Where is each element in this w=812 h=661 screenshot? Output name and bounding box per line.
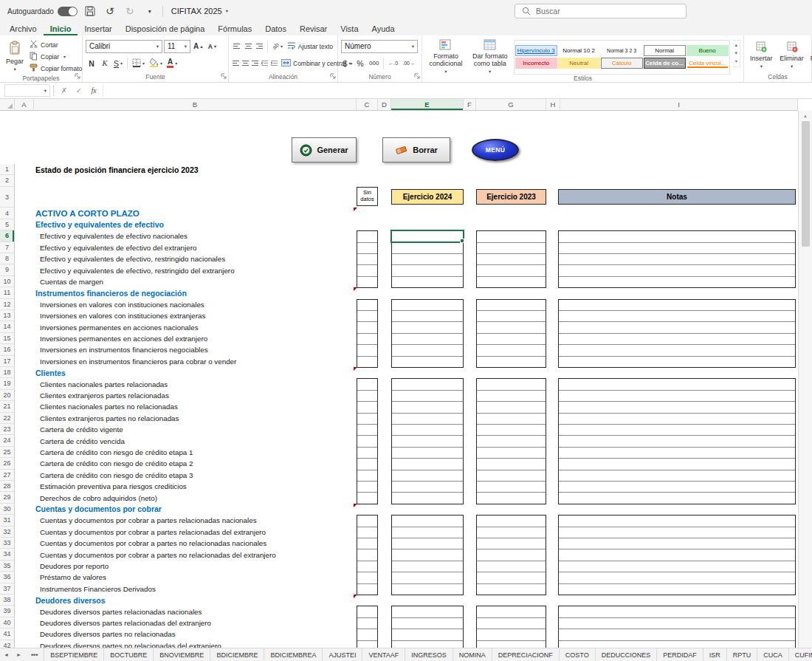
row-header-6[interactable]: 6 [0,230,15,242]
select-all-button[interactable] [0,99,15,111]
borders-button[interactable]: ▾ [131,57,146,70]
cell-sin-datos-row-7[interactable] [357,243,377,254]
cell-ejercicio-2024-row-25[interactable] [392,448,463,459]
row-header-40[interactable]: 40 [0,617,15,629]
cell-style-plain[interactable]: Normal 10 2 [558,45,600,56]
menu-tab-disposici-n-de-p-gina[interactable]: Disposición de página [119,22,212,35]
align-center-icon[interactable] [241,58,250,69]
cell-ejercicio-2024-row-20[interactable] [392,391,463,402]
row-header-41[interactable]: 41 [0,629,15,640]
copy-button[interactable]: Copiar ▾ [30,51,82,62]
align-top-icon[interactable] [232,41,241,52]
gallery-more-icon[interactable]: ⯆ [733,58,740,66]
format-cells-button[interactable]: Formato ▾ [808,38,812,72]
cell-sin-datos-row-41[interactable] [357,629,377,640]
dialog-launcher-icon[interactable] [221,73,227,81]
sheet-tab-cuca[interactable]: CUCA [757,648,789,661]
cell-sin-datos-row-42[interactable] [357,641,377,648]
row-header-36[interactable]: 36 [0,572,15,583]
row-header-34[interactable]: 34 [0,549,15,560]
scrollbar-thumb[interactable] [802,121,810,247]
cell-ejercicio-2023-row-31[interactable] [477,516,546,527]
row-header-5[interactable]: 5 [0,219,15,230]
menu-button[interactable]: MENÚ [472,139,519,161]
cell-notas-row-14[interactable] [559,322,795,333]
increase-font-button[interactable]: A▲ [192,40,205,53]
active-cell[interactable] [390,230,464,242]
cell-notas-row-29[interactable] [559,493,795,504]
cell-ejercicio-2024-row-28[interactable] [392,482,463,493]
row-27-label[interactable]: Cartera de crédito con riesgo de crédito… [40,470,193,481]
cell-ejercicio-2024-row-36[interactable] [392,572,463,583]
cell-style-bad[interactable]: Incorrecto [515,58,557,69]
cell-notas-row-24[interactable] [559,436,795,447]
cell-notas-row-26[interactable] [559,459,795,470]
cell-ejercicio-2023-row-42[interactable] [477,641,546,648]
cell-sin-datos-row-29[interactable] [357,493,377,504]
cell-sin-datos-row-20[interactable] [357,391,377,402]
cell-ejercicio-2024-row-13[interactable] [392,311,463,322]
cell-style-neutral[interactable]: Neutral [558,58,600,69]
cell-sin-datos-row-32[interactable] [357,527,377,538]
cell-notas-row-21[interactable] [559,402,795,413]
row-header-25[interactable]: 25 [0,447,15,458]
save-icon[interactable] [83,4,97,18]
sheet-tab-nomina[interactable]: NOMINA [453,648,492,661]
gallery-down-icon[interactable]: ▼ [733,49,740,58]
accounting-format-button[interactable]: $▾ [341,57,353,70]
row-35-label[interactable]: Deudores por reporto [40,561,109,572]
sheet-tab-ingresos[interactable]: INGRESOS [405,648,453,661]
header-ejercicio-2024[interactable]: Ejercicio 2024 [391,189,464,205]
cell-ejercicio-2023-row-7[interactable] [477,243,546,254]
row-38-label[interactable]: Deudores diversos [35,595,106,606]
row-header-14[interactable]: 14 [0,321,15,332]
row-header-1[interactable]: 1 [0,164,15,175]
cell-ejercicio-2023-row-34[interactable] [477,549,546,561]
column-header-i[interactable]: I [560,99,798,111]
cell-style-normal[interactable]: Normal [644,45,686,56]
cell-sin-datos-row-25[interactable] [357,448,377,459]
font-size-select[interactable]: 11 ▾ [164,40,190,53]
row-20-label[interactable]: Clientes extranjeros partes relacionadas [40,390,169,401]
cell-ejercicio-2024-row-15[interactable] [392,334,463,345]
menu-tab-datos[interactable]: Datos [258,22,293,35]
cell-ejercicio-2024-row-16[interactable] [392,345,463,356]
cell-style-good[interactable]: Bueno [687,45,729,56]
cell-ejercicio-2024-row-12[interactable] [392,300,463,311]
cell-notas-row-19[interactable] [559,379,795,390]
row-29-label[interactable]: Derechos de cobro adquiridos (neto) [40,492,157,503]
cell-notas-row-7[interactable] [559,243,795,254]
row-header-38[interactable]: 38 [0,595,15,606]
row-42-label[interactable]: Deudores diversos partes no relacionadas… [40,640,221,648]
cell-ejercicio-2023-row-35[interactable] [477,561,546,572]
sheet-tab-bdiciembrea[interactable]: BDICIEMBREA [264,648,323,661]
cell-style-linked[interactable]: Celda vincul... [687,58,729,69]
row-37-label[interactable]: Instrumentos Financieros Derivados [40,583,156,595]
cell-sin-datos-row-39[interactable] [357,606,377,617]
row-header-16[interactable]: 16 [0,344,15,355]
cell-notas-row-32[interactable] [559,527,795,538]
row-header-39[interactable]: 39 [0,606,15,617]
decrease-font-button[interactable]: A▼ [207,40,219,53]
grid[interactable]: Generar Borrar MENÚ Sin datos Ejercicio … [0,111,798,648]
cell-sin-datos-row-12[interactable] [357,300,377,311]
align-left-icon[interactable] [232,58,240,69]
cell-notas-row-10[interactable] [559,277,795,288]
delete-cells-button[interactable]: Eliminar ▾ [777,38,807,72]
cell-sin-datos-row-31[interactable] [357,516,377,527]
sheet-tab-isr[interactable]: ISR [703,648,727,661]
row-34-label[interactable]: Cuentas y documentos por cobrar a partes… [40,549,276,560]
cell-ejercicio-2024-row-24[interactable] [392,436,463,447]
cell-ejercicio-2023-row-22[interactable] [477,414,546,425]
row-15-label[interactable]: Inversiones permanentes en acciones del … [40,333,207,344]
row-4-label[interactable]: ACTIVO A CORTO PLAZO [35,208,140,219]
column-header-c[interactable]: C [357,99,378,111]
cell-ejercicio-2023-row-19[interactable] [477,379,546,390]
cell-sin-datos-row-19[interactable] [357,379,377,390]
sheet-tab-bnoviembre[interactable]: BNOVIEMBRE [154,648,210,661]
cell-notas-row-13[interactable] [559,311,795,322]
cell-ejercicio-2023-row-24[interactable] [477,436,546,447]
row-header-27[interactable]: 27 [0,470,15,481]
cell-ejercicio-2023-row-29[interactable] [477,493,546,504]
row-header-22[interactable]: 22 [0,413,15,424]
